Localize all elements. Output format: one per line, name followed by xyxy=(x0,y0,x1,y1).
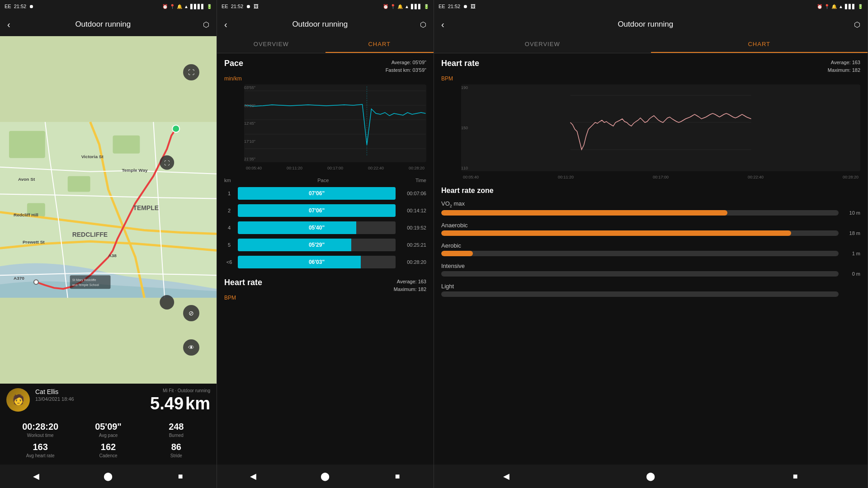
back-button-3[interactable]: ‹ xyxy=(441,19,444,30)
svg-rect-2 xyxy=(9,131,45,158)
hrz-aerobic: Aerobic 1 m xyxy=(441,242,860,256)
hr-chart-svg xyxy=(461,86,860,168)
signal-icon-2: ▋▋▋ xyxy=(411,4,422,9)
top-bar-1: ‹ Outdoor running ⬡ xyxy=(0,13,217,36)
map-eye-btn[interactable]: 👁 xyxy=(183,339,199,356)
nav-home-1[interactable]: ⬤ xyxy=(99,467,117,485)
km-table-header: km Pace Time xyxy=(221,176,430,185)
km-time-1: 00:07:06 xyxy=(399,191,426,196)
hrz-intensive-label: Intensive xyxy=(441,263,860,269)
svg-rect-15 xyxy=(70,275,111,289)
back-button-2[interactable]: ‹ xyxy=(224,19,227,30)
svg-point-20 xyxy=(160,295,174,310)
tab-chart-3[interactable]: CHART xyxy=(651,36,868,53)
share-button-1[interactable]: ⬡ xyxy=(203,20,209,29)
hrz-vo2max-time: 10 m xyxy=(842,210,860,216)
scroll-content-3[interactable]: Heart rate Average: 163 Maximum: 182 BPM… xyxy=(434,53,868,465)
km-num-6: <6 xyxy=(224,259,234,265)
km-pace-6: 06'03" xyxy=(238,256,396,268)
hr-y-190: 190 xyxy=(461,85,468,90)
temple-label: TEMPLE xyxy=(133,204,159,211)
tab-chart-2[interactable]: CHART xyxy=(326,36,434,53)
share-button-2[interactable]: ⬡ xyxy=(420,20,426,29)
col-time: Time xyxy=(415,178,426,183)
time-1: 21:52 xyxy=(14,4,27,9)
hrz-intensive: Intensive 0 m xyxy=(441,263,860,277)
km-bar-5: 05'29" xyxy=(238,239,396,251)
status-right-3: ⏰ 📍 🔔 ▲ ▋▋▋ 🔋 xyxy=(817,4,863,9)
svg-text:⛶: ⛶ xyxy=(164,160,170,166)
hrz-light-bg xyxy=(441,291,839,297)
hr-max-value: Maximum: 182 xyxy=(394,286,426,293)
nav-back-2[interactable]: ◀ xyxy=(244,467,262,485)
tabs-3: OVERVIEW CHART xyxy=(434,36,868,53)
km-bar-2: 07'06" xyxy=(238,204,396,217)
map-svg: REDCLIFFE TEMPLE Avon St Victoria St Tem… xyxy=(0,36,217,384)
vibrate-icon-3: 🔔 xyxy=(831,4,837,9)
record-icon-3: ⏺ xyxy=(463,4,468,9)
hr-x-label-4: 00:28:20 xyxy=(843,175,859,179)
top-bar-3: ‹ Outdoor running ⬡ xyxy=(434,13,868,36)
nav-recent-2[interactable]: ■ xyxy=(388,467,406,485)
status-bar-2: EE 21:52 ⏺ 🖼 ⏰ 📍 🔔 ▲ ▋▋▋ 🔋 xyxy=(217,0,434,13)
carrier-1: EE xyxy=(5,4,11,9)
stat-workout-time: 00:28:20 Workout time xyxy=(6,419,74,440)
hr-mini-title: Heart rate xyxy=(224,278,262,293)
map-action-btn[interactable]: ⛶ xyxy=(183,64,199,80)
svg-point-13 xyxy=(172,125,179,132)
nav-recent-1[interactable]: ■ xyxy=(171,467,189,485)
hr-unit-2: BPM xyxy=(224,295,426,301)
km-num-5: 5 xyxy=(224,242,234,248)
alarm-icon-2: ⏰ xyxy=(383,4,388,9)
pace-x-axis: 00:05:40 00:11:20 00:17:00 00:22:40 00:2… xyxy=(244,166,426,170)
hrz-vo2max-fill xyxy=(441,210,727,216)
stat-value-0: 00:28:20 xyxy=(6,421,74,432)
back-button-1[interactable]: ‹ xyxy=(7,19,10,30)
km-row-6: <6 06'03" 00:28:20 xyxy=(221,253,430,271)
nav-recent-3[interactable]: ■ xyxy=(786,467,804,485)
image-icon-3: 🖼 xyxy=(471,4,476,9)
x-label-4: 00:28:20 xyxy=(409,166,425,170)
nav-home-2[interactable]: ⬤ xyxy=(316,467,334,485)
tab-overview-3[interactable]: OVERVIEW xyxy=(434,36,651,53)
pace-chart-wrap xyxy=(244,84,426,162)
stat-value-2: 248 xyxy=(142,421,210,432)
km-time-6: 00:28:20 xyxy=(399,259,426,265)
svg-text:and Temple School: and Temple School xyxy=(72,283,99,287)
nav-back-3[interactable]: ◀ xyxy=(497,467,515,485)
km-pace-1: 07'06" xyxy=(238,187,396,200)
hr-chart-container: 190 150 110 xyxy=(461,84,860,179)
hrz-anaerobic-bg xyxy=(441,230,839,236)
hr-avg-value: Average: 163 xyxy=(394,278,426,286)
stat-value-5: 86 xyxy=(142,441,210,452)
tab-overview-2[interactable]: OVERVIEW xyxy=(217,36,326,53)
scroll-content-2[interactable]: Pace Average: 05'09" Fastest km: 03'59" … xyxy=(217,53,434,465)
hr-y-labels: 190 150 110 xyxy=(461,84,468,171)
hrz-vo2max-bar-wrap: 10 m xyxy=(441,210,860,216)
km-num-4: 4 xyxy=(224,225,234,230)
stat-burned: 248 Burned xyxy=(142,419,210,440)
km-pace-5: 05'29" xyxy=(238,239,396,251)
hrz-intensive-bar-wrap: 0 m xyxy=(441,271,860,277)
hr-x-label-0: 00:05:40 xyxy=(463,175,479,179)
km-pace-2: 07'06" xyxy=(238,204,396,217)
map-speed-btn[interactable]: ⊘ xyxy=(183,305,199,321)
pace-chart-section: Pace Average: 05'09" Fastest km: 03'59" … xyxy=(217,53,434,174)
stat-avg-hr: 163 Avg heart rate xyxy=(6,440,74,460)
nav-home-3[interactable]: ⬤ xyxy=(642,467,660,485)
hrz-vo2max-label: VO2 max xyxy=(441,200,860,208)
svg-text:A38: A38 xyxy=(108,253,117,258)
km-time-2: 00:14:12 xyxy=(399,208,426,213)
bottom-nav-2: ◀ ⬤ ■ xyxy=(217,465,434,488)
stats-grid: 00:28:20 Workout time 05'09" Avg pace 24… xyxy=(0,415,217,465)
share-button-3[interactable]: ⬡ xyxy=(854,20,860,29)
hr-mini-section: Heart rate Average: 163 Maximum: 182 BPM xyxy=(217,272,434,303)
nav-back-1[interactable]: ◀ xyxy=(27,467,45,485)
pace-avg: Average: 05'09" Fastest km: 03'59" xyxy=(386,59,426,74)
hr-max-3: Maximum: 182 xyxy=(828,66,860,74)
distance-unit: km xyxy=(185,395,210,412)
hr-mini-avg: Average: 163 Maximum: 182 xyxy=(394,278,426,293)
hr-line xyxy=(571,113,751,150)
user-date: 13/04/2021 18:46 xyxy=(35,396,145,402)
hrz-aerobic-fill xyxy=(441,251,473,256)
